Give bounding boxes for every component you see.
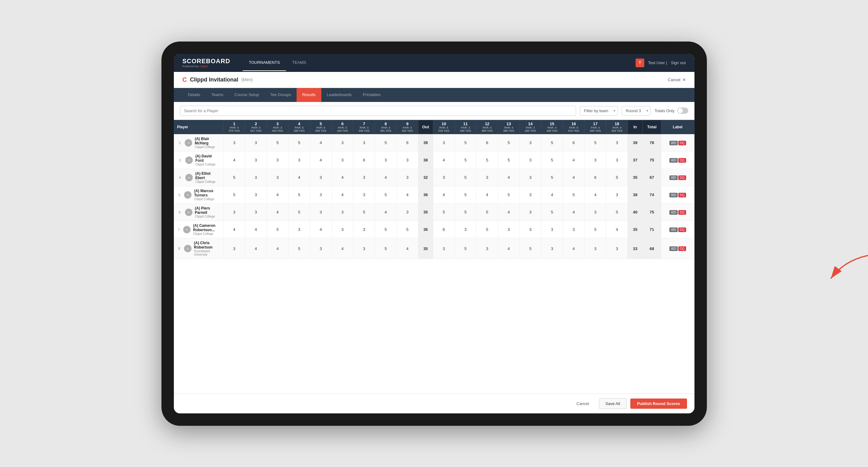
score-hole-4[interactable] <box>288 221 310 238</box>
score-input-14[interactable] <box>527 158 534 162</box>
score-hole-7[interactable] <box>353 186 375 204</box>
score-input-12[interactable] <box>483 227 491 232</box>
score-hole-18[interactable] <box>606 134 628 152</box>
score-input-14[interactable] <box>527 192 534 197</box>
score-input-17[interactable] <box>591 141 599 145</box>
score-input-1[interactable] <box>230 192 238 197</box>
score-input-1[interactable] <box>230 210 238 214</box>
score-input-9[interactable] <box>403 227 411 232</box>
score-hole-11[interactable] <box>455 221 476 238</box>
score-hole-17[interactable] <box>585 238 606 259</box>
score-input-7[interactable] <box>360 158 368 162</box>
score-hole-1[interactable] <box>223 152 245 169</box>
score-hole-14[interactable] <box>520 186 541 204</box>
score-hole-10[interactable] <box>433 169 455 186</box>
tab-printables[interactable]: Printables <box>357 88 386 102</box>
score-hole-3[interactable] <box>267 204 288 221</box>
score-input-1[interactable] <box>230 175 238 180</box>
score-hole-17[interactable] <box>585 221 606 238</box>
score-input-5[interactable] <box>317 141 325 145</box>
score-input-4[interactable] <box>295 192 303 197</box>
score-hole-2[interactable] <box>245 134 267 152</box>
score-input-8[interactable] <box>382 141 390 145</box>
score-input-1[interactable] <box>230 141 238 145</box>
score-hole-16[interactable] <box>563 169 585 186</box>
score-hole-12[interactable] <box>476 204 498 221</box>
score-input-7[interactable] <box>360 246 368 251</box>
wd-badge[interactable]: WD <box>669 246 678 251</box>
wd-badge[interactable]: WD <box>669 158 678 163</box>
score-hole-15[interactable] <box>541 221 563 238</box>
score-input-4[interactable] <box>295 141 303 145</box>
score-input-6[interactable] <box>338 246 346 251</box>
totals-switch[interactable] <box>677 107 688 114</box>
score-input-9[interactable] <box>403 192 411 197</box>
score-input-3[interactable] <box>274 210 282 214</box>
score-hole-6[interactable] <box>332 186 353 204</box>
score-hole-16[interactable] <box>563 134 585 152</box>
publish-button[interactable]: Publish Round Scores <box>630 399 687 409</box>
cancel-top-button[interactable]: Cancel ✕ <box>668 77 685 82</box>
score-input-12[interactable] <box>483 192 491 197</box>
score-hole-9[interactable] <box>397 221 418 238</box>
dq-badge[interactable]: DQ <box>678 227 686 232</box>
score-input-2[interactable] <box>252 210 260 214</box>
score-input-14[interactable] <box>527 246 534 251</box>
score-input-16[interactable] <box>569 141 578 145</box>
score-hole-12[interactable] <box>476 186 498 204</box>
score-hole-6[interactable] <box>332 152 353 169</box>
score-input-17[interactable] <box>591 175 599 180</box>
score-input-3[interactable] <box>274 246 282 251</box>
score-input-5[interactable] <box>317 175 325 180</box>
score-hole-16[interactable] <box>563 238 585 259</box>
score-input-14[interactable] <box>527 210 534 214</box>
score-hole-1[interactable] <box>223 238 245 259</box>
score-hole-4[interactable] <box>288 134 310 152</box>
score-hole-2[interactable] <box>245 186 267 204</box>
cancel-button[interactable]: Cancel <box>570 399 595 409</box>
score-input-1[interactable] <box>230 158 238 162</box>
score-hole-5[interactable] <box>310 204 332 221</box>
score-hole-18[interactable] <box>606 186 628 204</box>
score-hole-1[interactable] <box>223 134 245 152</box>
score-input-12[interactable] <box>483 141 491 145</box>
score-hole-17[interactable] <box>585 186 606 204</box>
score-input-8[interactable] <box>382 210 390 214</box>
score-input-18[interactable] <box>613 175 621 180</box>
score-hole-13[interactable] <box>498 204 520 221</box>
score-input-14[interactable] <box>527 141 534 145</box>
score-hole-13[interactable] <box>498 152 520 169</box>
score-input-18[interactable] <box>613 227 621 232</box>
score-input-16[interactable] <box>569 246 578 251</box>
score-hole-13[interactable] <box>498 134 520 152</box>
search-input[interactable] <box>180 106 577 116</box>
score-hole-8[interactable] <box>375 169 397 186</box>
score-input-11[interactable] <box>461 227 469 232</box>
score-input-6[interactable] <box>338 175 346 180</box>
score-hole-2[interactable] <box>245 169 267 186</box>
score-input-9[interactable] <box>403 141 411 145</box>
score-input-16[interactable] <box>569 210 578 214</box>
score-input-9[interactable] <box>403 210 411 214</box>
score-hole-1[interactable] <box>223 169 245 186</box>
score-hole-18[interactable] <box>606 238 628 259</box>
score-input-6[interactable] <box>338 158 346 162</box>
score-hole-8[interactable] <box>375 186 397 204</box>
tab-details[interactable]: Details <box>183 88 206 102</box>
save-all-button[interactable]: Save All <box>599 398 627 409</box>
score-hole-2[interactable] <box>245 238 267 259</box>
score-input-15[interactable] <box>548 175 556 180</box>
score-hole-7[interactable] <box>353 134 375 152</box>
score-hole-11[interactable] <box>455 238 476 259</box>
score-hole-11[interactable] <box>455 134 476 152</box>
score-input-4[interactable] <box>295 175 303 180</box>
score-hole-12[interactable] <box>476 134 498 152</box>
score-hole-12[interactable] <box>476 169 498 186</box>
score-hole-15[interactable] <box>541 238 563 259</box>
score-hole-8[interactable] <box>375 134 397 152</box>
score-hole-17[interactable] <box>585 169 606 186</box>
score-hole-5[interactable] <box>310 169 332 186</box>
filter-dropdown[interactable]: Filter by team <box>580 106 618 116</box>
score-hole-18[interactable] <box>606 221 628 238</box>
score-hole-10[interactable] <box>433 152 455 169</box>
